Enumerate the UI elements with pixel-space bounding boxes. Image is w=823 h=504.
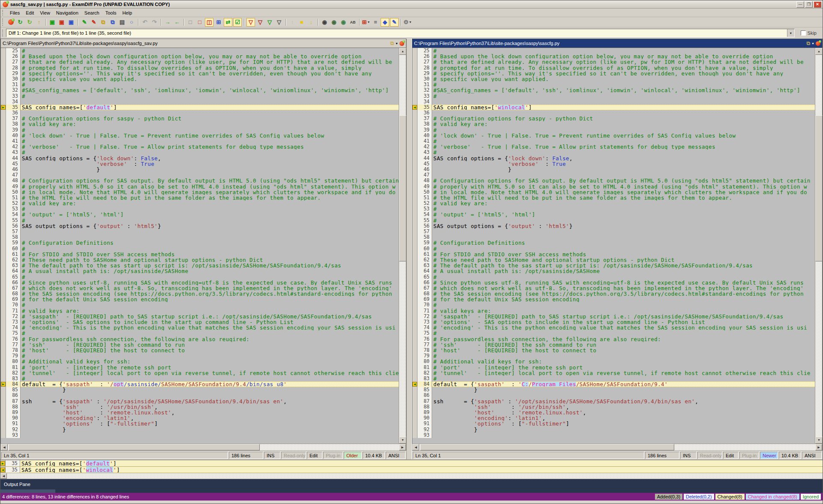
code-line[interactable]: 64# A usual install path is: /opt/sasins… xyxy=(1,268,399,274)
output-pane-tab[interactable] xyxy=(0,489,55,493)
snapshot-first-file-icon[interactable]: ⧉ xyxy=(99,18,108,27)
code-line[interactable]: 42# 'verbose' - True | False. True = All… xyxy=(412,144,815,150)
left-scroll-up-icon[interactable]: ▲ xyxy=(399,48,406,55)
code-line[interactable]: 69# for the default Unix SAS session enc… xyxy=(412,297,815,302)
code-line[interactable]: 39# xyxy=(412,127,815,133)
code-line[interactable]: 59# Configuration Definitions xyxy=(1,240,399,246)
code-line[interactable]: ◀35SAS_config_names=['winlocal'] xyxy=(412,105,815,110)
minimize-button[interactable]: — xyxy=(796,1,804,8)
toolbar-grip[interactable] xyxy=(2,18,4,25)
diff-arrow-left-icon[interactable]: ◀ xyxy=(412,382,417,387)
code-line[interactable]: 40# 'lock_down' - True | False. True = P… xyxy=(1,133,399,138)
edit-second-file-icon[interactable]: ✎ xyxy=(90,18,98,27)
code-line[interactable]: 38# valid key are: xyxy=(1,121,399,127)
save-first-file-icon[interactable]: ▣ xyxy=(48,18,57,27)
right-hscroll-thumb[interactable] xyxy=(420,444,674,450)
restore-button[interactable]: ❐ xyxy=(805,1,813,8)
code-line[interactable]: 68# the SAS session encoding (see https:… xyxy=(1,291,399,297)
horizontal-layout-icon[interactable]: ⊞ xyxy=(214,18,223,27)
code-line[interactable]: 88 'ssh' : '/usr/bin/ssh', xyxy=(412,404,815,410)
diff-arrow-left-icon[interactable]: ◀ xyxy=(412,105,417,110)
right-pane-header[interactable]: C:\Program Files\Python\Python37\Lib\sit… xyxy=(412,39,823,48)
show-second-only-icon[interactable]: □ xyxy=(195,18,204,27)
code-line[interactable]: 44SAS_config_options = {'lock_down': Fal… xyxy=(412,156,815,161)
code-line[interactable]: 34 xyxy=(1,99,399,105)
code-line[interactable]: 68# the SAS session encoding (see https:… xyxy=(412,291,815,297)
code-line[interactable]: 65# xyxy=(412,274,815,280)
code-line[interactable]: 27# that are defined already. Any necess… xyxy=(1,59,399,65)
code-line[interactable]: 29# specify options=''. This way it's sp… xyxy=(1,71,399,76)
code-line[interactable]: 89 'host' : 'remote.linux.host', xyxy=(412,410,815,415)
diff-combo-dropdown[interactable]: ▼ xyxy=(787,29,794,37)
left-vertical-scrollbar[interactable]: ▲ ▼ xyxy=(399,48,406,444)
synchronize-scrolling-icon[interactable]: ⇄ xyxy=(224,18,232,27)
inspector-line-left[interactable]: ▶35SAS_config_names=['default'] xyxy=(0,460,823,467)
code-line[interactable]: 93 xyxy=(1,432,399,438)
code-line[interactable]: 42# 'verbose' - True | False. True = All… xyxy=(1,144,399,150)
diffbar-grip[interactable] xyxy=(2,30,4,36)
left-recompare-icon[interactable] xyxy=(399,41,404,46)
snapshot-second-file-icon[interactable]: ⧉ xyxy=(108,18,117,27)
left-pane-header[interactable]: C:\Program Files\Python\Python37\Lib\sit… xyxy=(0,39,406,48)
previous-difference-icon[interactable]: ← xyxy=(173,18,181,27)
code-line[interactable]: 80# Additional valid keys for ssh: xyxy=(412,359,815,364)
code-line[interactable]: 48# Configuration options for SAS output… xyxy=(412,178,815,183)
code-line[interactable]: 80# Additional valid keys for ssh: xyxy=(1,359,399,364)
code-line[interactable]: 40# 'lock_down' - True | False. True = P… xyxy=(412,133,815,138)
undo-icon[interactable]: ↶ xyxy=(141,18,149,27)
code-line[interactable]: 26# Based upon the lock_down configurati… xyxy=(412,54,815,59)
right-code-area[interactable]: 25#26# Based upon the lock_down configur… xyxy=(412,48,815,444)
code-line[interactable]: 59# Configuration Definitions xyxy=(412,240,815,246)
code-line[interactable]: 56SAS_output_options = {'output' : 'html… xyxy=(412,223,815,229)
menu-tools[interactable]: Tools xyxy=(102,9,120,16)
code-line[interactable]: 47 xyxy=(412,172,815,178)
code-line[interactable]: 50# in local mode. Note that HTML 4.0 wi… xyxy=(412,189,815,195)
code-line[interactable]: 77# 'ssh' - [REQUIRED] the ssh command t… xyxy=(1,342,399,348)
code-line[interactable]: 46 } xyxy=(1,167,399,172)
code-line[interactable]: 36 xyxy=(412,110,815,116)
code-line[interactable]: 57 xyxy=(412,229,815,234)
code-line[interactable]: 88 'ssh' : '/usr/bin/ssh', xyxy=(1,404,399,410)
left-code-area[interactable]: 25#26# Based upon the lock_down configur… xyxy=(1,48,399,444)
code-line[interactable]: 85 } xyxy=(412,387,815,393)
code-line[interactable]: 74# 'encoding' - This is the python enco… xyxy=(412,325,815,330)
code-line[interactable]: 28# prompted for at run time. To dissall… xyxy=(412,65,815,71)
code-line[interactable]: 44SAS_config_options = {'lock_down': Fal… xyxy=(1,156,399,161)
line-inspector-icon[interactable]: ≡ xyxy=(371,18,380,27)
menubar-grip[interactable] xyxy=(2,10,4,15)
left-scroll-right-icon[interactable]: ▶ xyxy=(399,444,406,450)
right-save-copy-icon[interactable]: ⧉ xyxy=(806,40,810,46)
code-line[interactable]: 30# specific value you want applied. xyxy=(412,76,815,82)
filter-changed-lines-icon[interactable]: ▽ xyxy=(256,18,264,27)
code-line[interactable]: 46 } xyxy=(412,167,815,172)
right-horizontal-scrollbar[interactable]: ◀ ▶ xyxy=(412,444,823,451)
left-horizontal-scrollbar[interactable]: ◀ ▶ xyxy=(0,444,406,451)
next-difference-icon[interactable]: → xyxy=(163,18,172,27)
code-line[interactable]: 69# for the default Unix SAS session enc… xyxy=(1,297,399,302)
left-scroll-down-icon[interactable]: ▼ xyxy=(399,437,406,444)
code-line[interactable]: 37# Configuration options for saspy - py… xyxy=(1,116,399,121)
code-line[interactable]: 61# For STDIO and STDIO over SSH access … xyxy=(412,252,815,257)
code-line[interactable]: 33# xyxy=(412,93,815,99)
code-line[interactable]: 62# These need path to SASHome and optio… xyxy=(412,257,815,263)
code-line[interactable]: 66# Since python uses utf-8, running SAS… xyxy=(412,280,815,285)
inspector-line-right[interactable]: ◀35SAS_config_names=['winlocal'] xyxy=(0,467,823,473)
code-line[interactable]: 73# 'options' - SAS options to include i… xyxy=(412,319,815,325)
code-line[interactable]: 49# properly with HTML 5.0 so it can als… xyxy=(412,184,815,189)
code-line[interactable]: 81# 'port' - [integer] the remote ssh po… xyxy=(1,365,399,370)
code-line[interactable]: 54# 'output' = ['html5', 'html'] xyxy=(1,212,399,217)
code-line[interactable]: 56SAS_output_options = {'output' : 'html… xyxy=(1,223,399,229)
previous-change-icon[interactable]: ↑ xyxy=(288,18,297,27)
code-line[interactable]: 81# 'port' - [integer] the remote ssh po… xyxy=(412,365,815,370)
left-header-dropdown-icon[interactable]: ▼ xyxy=(395,42,398,45)
options-dropdown-icon[interactable]: ▼ xyxy=(409,21,412,24)
code-line[interactable]: 26# Based upon the lock_down configurati… xyxy=(1,54,399,59)
code-line[interactable]: 86 xyxy=(412,393,815,398)
current-change-icon[interactable]: ■ xyxy=(297,18,306,27)
code-line[interactable]: 37# Configuration options for saspy - py… xyxy=(412,116,815,121)
code-line[interactable]: 83# xyxy=(1,376,399,381)
print-icon[interactable]: ▤ xyxy=(118,18,126,27)
code-line[interactable]: 39# xyxy=(1,127,399,133)
code-line[interactable]: 75# xyxy=(1,330,399,336)
code-line[interactable]: 82# 'tunnel' - [integer] local port to o… xyxy=(1,370,399,376)
